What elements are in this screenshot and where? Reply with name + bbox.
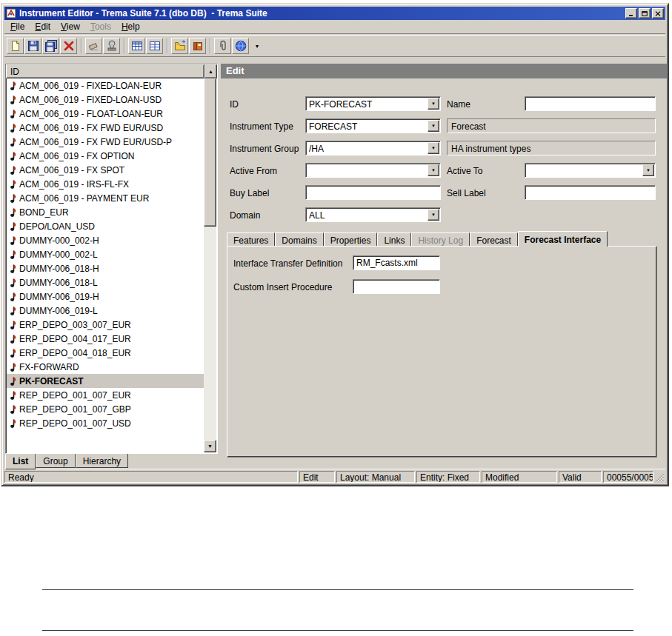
list-item[interactable]: DUMMY-000_002-L (7, 247, 204, 261)
view-tab-group[interactable]: Group (36, 454, 75, 468)
list-item[interactable]: ERP_DEPO_003_007_EUR (7, 318, 204, 332)
list-item[interactable]: DUMMY-000_002-H (7, 233, 204, 247)
list-item[interactable]: ACM_006_019 - FIXED-LOAN-USD (7, 93, 204, 107)
menu-edit[interactable]: Edit (30, 20, 56, 34)
menu-view[interactable]: View (56, 20, 85, 34)
id-combo-value: PK-FORECAST (306, 97, 427, 110)
list-item-label: ERP_DEPO_004_018_EUR (19, 348, 131, 358)
list-item[interactable]: ACM_006_019 - IRS-FL-FX (7, 177, 204, 191)
list-scrollbar[interactable]: ▼ (204, 78, 216, 452)
instrument-icon (8, 137, 18, 147)
import-button[interactable] (189, 38, 206, 54)
clear-button[interactable] (85, 38, 102, 54)
list-item[interactable]: ACM_006_019 - FIXED-LOAN-EUR (7, 78, 204, 93)
menu-tools[interactable]: Tools (85, 20, 116, 34)
chevron-down-icon: ▼ (431, 124, 436, 128)
view-tab-hierarchy[interactable]: Hierarchy (76, 454, 128, 468)
attachment-button[interactable] (214, 38, 231, 54)
name-input[interactable] (525, 96, 656, 111)
edit-tab-forecast[interactable]: Forecast (470, 232, 518, 247)
list-item[interactable]: REP_DEPO_001_007_GBP (7, 402, 204, 416)
id-combo[interactable]: PK-FORECAST ▼ (305, 96, 441, 111)
instrument-icon (8, 334, 18, 344)
table-view-button[interactable] (128, 38, 145, 54)
instrument-type-combo-value: FORECAST (306, 119, 427, 133)
edit-tab-history-log[interactable]: History Log (411, 232, 470, 247)
menu-help[interactable]: Help (116, 20, 145, 34)
grid-view-button[interactable] (146, 38, 163, 54)
buy-label-input[interactable] (305, 185, 441, 200)
forecast-interface-tab-page: Interface Transfer Definition Custom Ins… (227, 246, 657, 458)
domain-combo-dropdown[interactable]: ▼ (428, 209, 439, 221)
menu-file[interactable]: File (5, 20, 30, 34)
minimize-button[interactable] (625, 8, 637, 19)
list-item[interactable]: DEPO/LOAN_USD (7, 219, 204, 233)
active-to-combo-value (525, 164, 642, 177)
scroll-up-button[interactable]: ▲ (204, 64, 217, 78)
instrument-group-combo[interactable]: /HA ▼ (305, 141, 441, 155)
list-item[interactable]: DUMMY-006_019-L (7, 304, 204, 318)
resize-grip[interactable] (655, 471, 665, 483)
instrument-group-combo-dropdown[interactable]: ▼ (428, 142, 439, 154)
sell-label-input[interactable] (525, 185, 656, 200)
list-item[interactable]: DUMMY-006_019-H (7, 289, 204, 304)
stamp-button[interactable] (103, 38, 120, 54)
list-item[interactable]: ACM_006_019 - FX FWD EUR/USD-P (7, 135, 204, 149)
list-item-label: REP_DEPO_001_007_USD (19, 418, 131, 429)
scroll-down-button[interactable]: ▼ (204, 440, 216, 452)
domain-label: Domain (230, 210, 260, 221)
active-to-combo-dropdown[interactable]: ▼ (642, 164, 654, 176)
help-button[interactable] (232, 38, 249, 54)
save-button[interactable] (24, 38, 41, 54)
edit-tab-forecast-interface[interactable]: Forecast Interface (518, 231, 608, 247)
domain-combo[interactable]: ALL ▼ (305, 207, 441, 222)
scrollbar-thumb[interactable] (204, 78, 216, 227)
list-item[interactable]: DUMMY-006_018-L (7, 275, 204, 289)
instrument-type-description: Forecast (447, 118, 656, 133)
list-item[interactable]: REP_DEPO_001_007_EUR (7, 388, 204, 402)
export-button[interactable] (171, 38, 188, 54)
menu-bar: FileEditViewToolsHelp (4, 20, 665, 34)
list-item[interactable]: REP_DEPO_001_007_USD (7, 416, 204, 430)
minimize-icon (628, 11, 634, 16)
view-tab-list[interactable]: List (5, 454, 36, 469)
edit-tab-links[interactable]: Links (377, 232, 411, 247)
id-combo-dropdown[interactable]: ▼ (428, 98, 439, 110)
toolbar-separator (210, 39, 211, 53)
stamp-icon (106, 40, 118, 52)
edit-tab-properties[interactable]: Properties (324, 232, 378, 247)
active-to-combo[interactable]: ▼ (525, 163, 656, 178)
custom-insert-procedure-input[interactable] (353, 279, 440, 294)
list-item[interactable]: BOND_EUR (7, 205, 204, 219)
list-item[interactable]: ACM_006_019 - FLOAT-LOAN-EUR (7, 107, 204, 121)
edit-tab-features[interactable]: Features (227, 232, 275, 247)
list-item-label: DUMMY-006_018-L (19, 278, 98, 288)
column-header-id[interactable]: ID (6, 64, 204, 78)
title-bar[interactable]: Instrument Editor - Trema Suite 7.1 (dbo… (4, 7, 665, 20)
interface-transfer-definition-input[interactable] (353, 255, 440, 270)
active-from-combo-dropdown[interactable]: ▼ (428, 164, 439, 176)
status-ready: Ready (4, 471, 298, 483)
list-item-label: DEPO/LOAN_USD (19, 221, 95, 232)
active-from-combo[interactable]: ▼ (305, 163, 441, 178)
list-item[interactable]: ERP_DEPO_004_018_EUR (7, 346, 204, 360)
list-item[interactable]: FX-FORWARD (7, 360, 204, 374)
list-item[interactable]: ACM_006_019 - PAYMENT EUR (7, 191, 204, 205)
list-item[interactable]: ACM_006_019 - FX FWD EUR/USD (7, 121, 204, 135)
edit-tab-domains[interactable]: Domains (275, 232, 323, 247)
instrument-type-combo[interactable]: FORECAST ▼ (305, 118, 441, 133)
toolbar-overflow-icon[interactable]: ▾ (252, 38, 262, 54)
list-item[interactable]: DUMMY-006_018-H (7, 261, 204, 275)
save-all-button[interactable] (42, 38, 59, 54)
list-item[interactable]: ACM_006_019 - FX SPOT (7, 163, 204, 177)
new-button[interactable] (7, 38, 24, 54)
instrument-group-combo-value: /HA (306, 141, 427, 155)
delete-button[interactable] (60, 38, 77, 54)
list-item[interactable]: ERP_DEPO_004_017_EUR (7, 332, 204, 346)
maximize-button[interactable] (639, 8, 651, 19)
close-button[interactable] (652, 8, 664, 19)
instrument-type-combo-dropdown[interactable]: ▼ (428, 120, 439, 132)
list-item-label: DUMMY-006_019-H (19, 292, 99, 302)
list-item[interactable]: PK-FORECAST (7, 374, 204, 388)
list-item[interactable]: ACM_006_019 - FX OPTION (7, 149, 204, 163)
